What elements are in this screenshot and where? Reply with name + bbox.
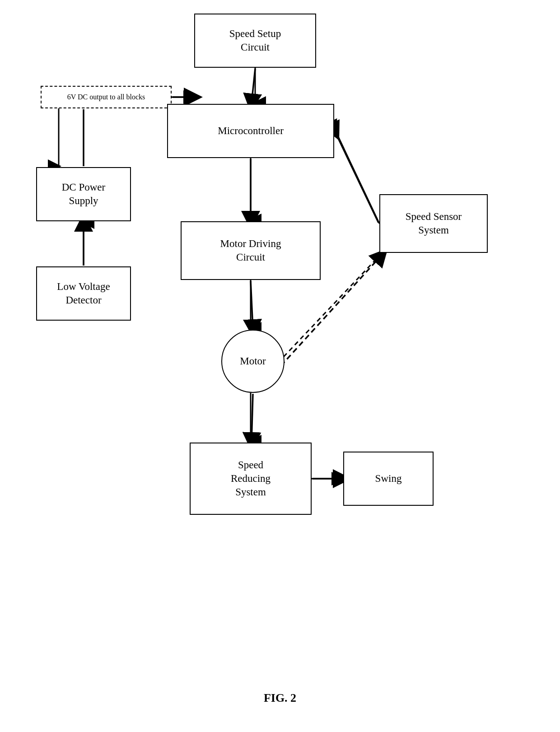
motor-block: Motor (221, 330, 285, 393)
microcontroller-block: Microcontroller (167, 104, 334, 158)
svg-line-21 (252, 394, 253, 442)
swing-block: Swing (343, 452, 434, 506)
dc-output-label: 6V DC output to all blocks (41, 86, 172, 108)
speed-setup-circuit-block: Speed SetupCircuit (194, 14, 316, 68)
svg-line-20 (251, 281, 253, 329)
low-voltage-detector-block: Low VoltageDetector (36, 266, 131, 321)
dc-power-supply-block: DC PowerSupply (36, 167, 131, 221)
figure-label: FIG. 2 (264, 691, 296, 705)
motor-driving-circuit-block: Motor DrivingCircuit (181, 221, 321, 280)
diagram: 6V DC output to all blocks Speed SetupCi… (0, 0, 560, 732)
speed-sensor-system-block: Speed SensorSystem (379, 194, 488, 253)
svg-line-10 (336, 131, 379, 224)
svg-line-23 (335, 132, 378, 223)
svg-line-18 (252, 69, 255, 103)
speed-reducing-system-block: SpeedReducingSystem (190, 443, 312, 515)
